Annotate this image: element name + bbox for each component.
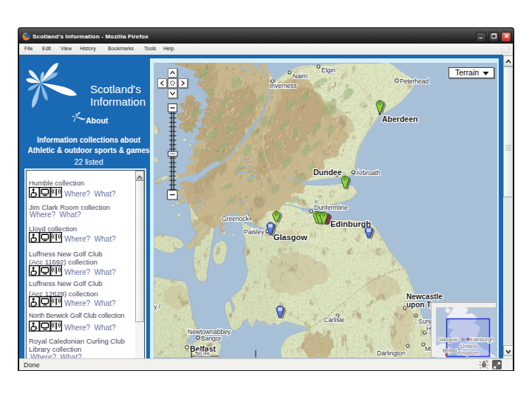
svg-text:Newcastle: Newcastle [406,293,443,301]
svg-text:Peterhead: Peterhead [400,78,429,85]
svg-text:M: M [268,223,272,228]
svg-text:M: M [366,228,370,233]
svg-text:Edinburgh: Edinburgh [470,337,494,343]
svg-text:Greenock: Greenock [222,215,250,222]
svg-text:y /: y / [154,303,161,310]
svg-text:United: United [460,343,477,349]
svg-text:Dunfermline: Dunfermline [314,204,348,211]
svg-text:Glasgow: Glasgow [437,337,458,343]
svg-text:Newtownabbey: Newtownabbey [188,328,231,335]
svg-text:50 mi: 50 mi [195,350,210,357]
svg-text:Kingdom: Kingdom [457,349,480,356]
svg-text:Belfast: Belfast [443,348,457,353]
svg-text:Glasgow: Glasgow [273,233,307,242]
svg-text:Darlington: Darlington [377,349,406,357]
svg-text:M: M [278,307,282,312]
svg-text:Dundee: Dundee [313,168,342,177]
svg-text:Elgin: Elgin [321,66,335,74]
svg-text:Aberdeen: Aberdeen [382,115,417,123]
svg-text:Paisley: Paisley [244,228,265,236]
svg-text:Bangor: Bangor [201,335,222,342]
svg-text:Edinburgh: Edinburgh [330,219,371,228]
svg-text:Carlisle: Carlisle [324,316,345,324]
svg-text:Arbroath: Arbroath [356,169,381,177]
svg-text:Nairn: Nairn [293,72,308,80]
svg-text:Inverness: Inverness [270,82,297,89]
